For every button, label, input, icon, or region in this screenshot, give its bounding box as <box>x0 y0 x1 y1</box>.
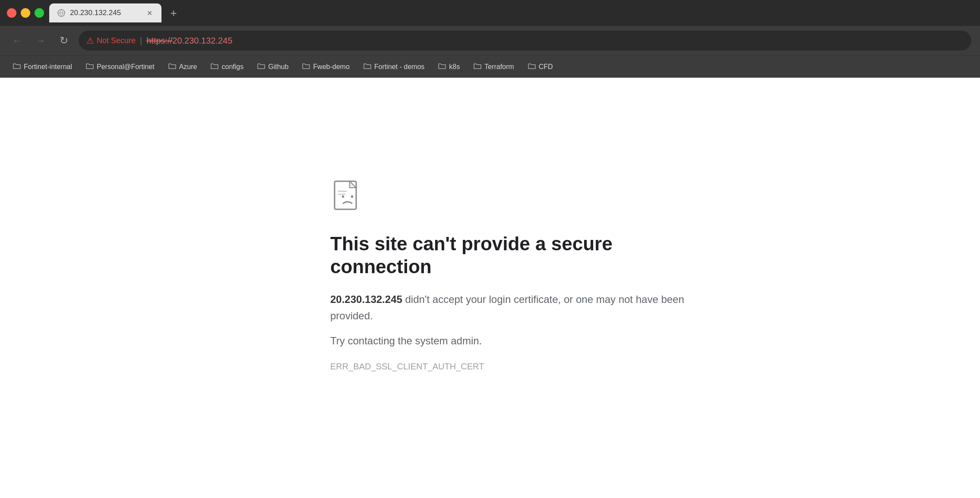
folder-icon <box>364 63 371 71</box>
bookmarks-bar: Fortinet-internal Personal@Fortinet Azur… <box>0 55 980 78</box>
bookmark-azure[interactable]: Azure <box>162 60 203 74</box>
navigation-bar: ← → ↻ ⚠ Not Secure | https://20.230.132.… <box>0 26 980 55</box>
error-suggestion: Try contacting the system admin. <box>330 335 482 347</box>
bookmark-label: Github <box>268 63 288 71</box>
bookmark-k8s[interactable]: k8s <box>432 60 466 74</box>
bookmark-fortinet-demos[interactable]: Fortinet - demos <box>357 60 430 74</box>
folder-icon <box>86 63 94 71</box>
folder-icon <box>302 63 310 71</box>
bookmark-label: k8s <box>449 63 460 71</box>
warning-triangle-icon: ⚠ <box>86 35 94 46</box>
address-separator: | <box>140 36 142 46</box>
bookmark-label: Azure <box>179 63 197 71</box>
address-url: https://20.230.132.245 <box>146 36 232 46</box>
folder-icon <box>528 63 536 71</box>
bookmark-label: Terraform <box>484 63 514 71</box>
url-host: 20.230.132.245 <box>172 36 232 45</box>
bookmark-fortinet-internal[interactable]: Fortinet-internal <box>7 60 78 74</box>
back-button[interactable]: ← <box>9 32 26 49</box>
bookmark-label: Fortinet - demos <box>374 63 424 71</box>
svg-rect-5 <box>351 195 353 198</box>
bookmark-personal-fortinet[interactable]: Personal@Fortinet <box>80 60 161 74</box>
error-container: This site can't provide a secure connect… <box>296 179 684 371</box>
bookmark-terraform[interactable]: Terraform <box>468 60 520 74</box>
folder-icon <box>474 63 481 71</box>
bookmark-label: CFD <box>539 63 553 71</box>
new-tab-button[interactable]: + <box>165 4 182 22</box>
page-content: This site can't provide a secure connect… <box>0 78 980 473</box>
error-title: This site can't provide a secure connect… <box>330 233 684 278</box>
maximize-window-button[interactable] <box>35 8 44 18</box>
svg-rect-4 <box>342 195 344 198</box>
url-protocol: https:// <box>146 36 172 45</box>
reload-button[interactable]: ↻ <box>55 32 73 49</box>
window-controls <box>7 8 44 18</box>
folder-icon <box>168 63 176 71</box>
folder-icon <box>211 63 218 71</box>
tab-title: 20.230.132.245 <box>70 9 141 17</box>
bookmark-fweb-demo[interactable]: Fweb-demo <box>296 60 355 74</box>
bookmark-label: configs <box>221 63 243 71</box>
bookmark-cfd[interactable]: CFD <box>522 60 559 74</box>
bookmark-label: Personal@Fortinet <box>97 63 155 71</box>
error-ip: 20.230.132.245 <box>330 293 402 305</box>
folder-icon <box>257 63 265 71</box>
minimize-window-button[interactable] <box>21 8 30 18</box>
forward-button[interactable]: → <box>32 32 49 49</box>
address-bar[interactable]: ⚠ Not Secure | https://20.230.132.245 <box>79 31 971 50</box>
error-description: 20.230.132.245 didn't accept your login … <box>330 291 684 325</box>
close-window-button[interactable] <box>7 8 16 18</box>
active-tab[interactable]: 20.230.132.245 ✕ <box>49 3 161 22</box>
folder-icon <box>438 63 446 71</box>
tab-close-button[interactable]: ✕ <box>145 9 154 17</box>
bookmark-configs[interactable]: configs <box>205 60 250 74</box>
tab-favicon-icon <box>57 9 66 17</box>
error-icon <box>330 179 365 215</box>
error-code: ERR_BAD_SSL_CLIENT_AUTH_CERT <box>330 362 484 372</box>
not-secure-label: Not Secure <box>97 36 136 45</box>
folder-icon <box>13 63 21 71</box>
bookmark-github[interactable]: Github <box>251 60 294 74</box>
bookmark-label: Fortinet-internal <box>24 63 72 71</box>
security-warning: ⚠ Not Secure <box>86 35 136 46</box>
bookmark-label: Fweb-demo <box>313 63 349 71</box>
